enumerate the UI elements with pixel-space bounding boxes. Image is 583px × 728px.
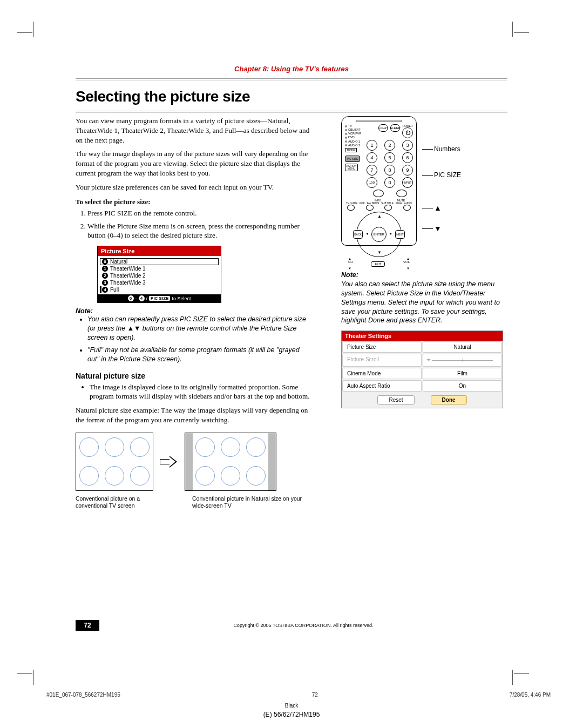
ts-row-value: Natural xyxy=(423,341,502,353)
osd-item: 0Natural xyxy=(100,258,219,265)
note-list: You also can repeatedly press PIC SIZE t… xyxy=(87,315,311,363)
ts-row-label: Auto Aspect Ratio xyxy=(342,380,422,392)
instructions-list: Press PIC SIZE on the remote control. Wh… xyxy=(87,208,311,240)
meta-mid: 72 xyxy=(312,692,318,698)
natural-bullets: The image is displayed close to its orig… xyxy=(90,382,311,402)
theater-settings-panel: Theater Settings Picture Size Natural Pi… xyxy=(341,331,503,408)
note-item: "Full" may not be available for some pro… xyxy=(87,346,311,364)
caption-left: Conventional picture on a conventional T… xyxy=(76,495,153,509)
conventional-tv-illustration xyxy=(76,433,153,491)
up-arrow-icon: ▲ xyxy=(377,214,382,219)
down-arrow-icon: ▼ xyxy=(377,250,382,255)
page-number: 72 xyxy=(76,620,99,631)
document-id: (E) 56/62/72HM195 xyxy=(0,711,583,718)
osd-footer: 0 - 4 / PIC SIZE to Select xyxy=(98,294,221,302)
done-button: Done xyxy=(431,395,467,405)
reset-button: Reset xyxy=(377,395,414,405)
section-title: Selecting the picture size xyxy=(76,88,507,105)
instructions-heading: To select the picture size: xyxy=(76,198,311,206)
intro-paragraph: Your picture size preferences can be sav… xyxy=(76,183,311,192)
widescreen-tv-illustration xyxy=(185,433,276,491)
caption-right: Conventional picture in Natural size on … xyxy=(192,495,311,509)
natural-bullet: The image is displayed close to its orig… xyxy=(90,382,311,402)
ts-row-label: Picture Size xyxy=(342,341,422,353)
instruction-step: Press PIC SIZE on the remote control. xyxy=(87,208,311,218)
exit-button: EXIT xyxy=(371,261,385,267)
osd-item: 4Full xyxy=(100,286,219,293)
meta-left: #01E_067-078_566272HM195 xyxy=(46,692,120,698)
ts-row-label: Cinema Mode xyxy=(342,368,422,379)
meta-right: 7/28/05, 4:46 PM xyxy=(510,692,551,698)
ts-row-slider: ◂▸ xyxy=(423,354,502,367)
picsize-label: PIC SIZE xyxy=(422,171,461,179)
note-heading: Note: xyxy=(76,307,311,315)
intro-paragraph: You can view many program formats in a v… xyxy=(76,116,311,145)
chapter-header: Chapter 8: Using the TV's features xyxy=(76,65,507,76)
osd-item: 1TheaterWide 1 xyxy=(100,265,219,272)
power-icon: ⏻ xyxy=(402,127,413,138)
ts-row-value: On xyxy=(423,380,502,392)
natural-heading: Natural picture size xyxy=(76,372,311,380)
ts-row-label: Picture Scroll xyxy=(342,354,422,367)
note-text: You also can select the picture size usi… xyxy=(341,280,507,325)
theater-settings-title: Theater Settings xyxy=(342,331,503,341)
color-plate-label: Black xyxy=(0,703,583,709)
back-button: BACK xyxy=(353,230,363,239)
osd-title: Picture Size xyxy=(98,246,221,256)
example-text: Natural picture size example: The way th… xyxy=(76,406,311,425)
pic-size-button: PIC SIZE xyxy=(345,156,360,162)
up-label: ▲ xyxy=(422,204,461,212)
osd-item: 3TheaterWide 3 xyxy=(100,279,219,286)
enter-button: ENTER xyxy=(371,227,387,242)
mute-button xyxy=(396,190,407,197)
numbers-label: Numbers xyxy=(422,145,461,153)
intro-paragraph: The way the image displays in any of the… xyxy=(76,149,311,178)
picture-size-osd: Picture Size 0Natural 1TheaterWide 1 2Th… xyxy=(97,246,221,303)
note-heading: Note: xyxy=(341,271,507,280)
osd-item: 2TheaterWide 2 xyxy=(100,272,219,279)
dpad: ENTER ▲ ▼ ◂ ▸ BACK NEXT xyxy=(356,212,402,257)
arrow-icon xyxy=(160,455,178,468)
next-button: NEXT xyxy=(395,230,405,239)
down-label: ▼ xyxy=(422,224,461,233)
copyright-text: Copyright © 2005 TOSHIBA CORPORATION. Al… xyxy=(99,623,507,628)
left-arrow-icon: ◂ xyxy=(366,231,368,236)
ts-row-value: Film xyxy=(423,368,502,379)
note-item: You also can repeatedly press PIC SIZE t… xyxy=(87,315,311,342)
right-arrow-icon: ▸ xyxy=(390,231,392,236)
remote-callouts: Numbers PIC SIZE ▲ ▼ xyxy=(422,116,461,233)
remote-control-illustration: TV CBL/SAT VCR/PVR DVD AUDIO 1 AUDIO 2 M… xyxy=(341,116,417,246)
instruction-step: While the Picture Size menu is on-screen… xyxy=(87,221,311,241)
info-button xyxy=(373,190,384,197)
